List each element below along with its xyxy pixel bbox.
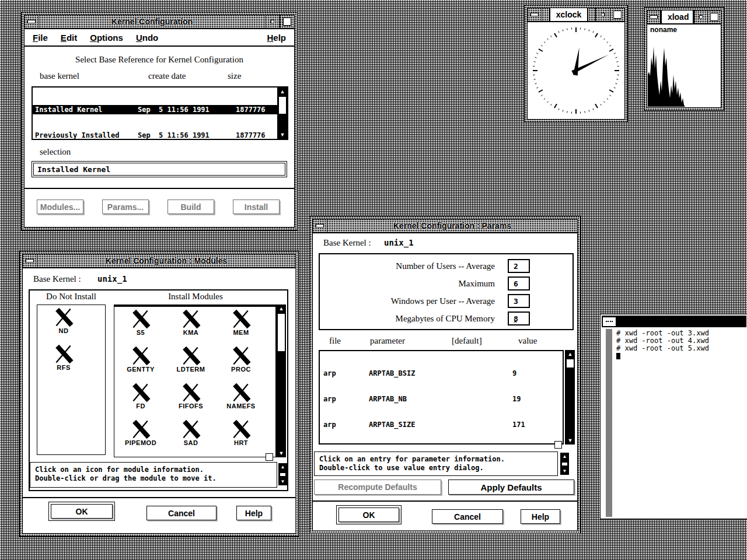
- module-icon-rfs[interactable]: RFS: [39, 344, 89, 381]
- window-xload: xload noname: [644, 7, 724, 111]
- menu-options[interactable]: Options: [90, 33, 123, 43]
- scrollbar-thumb[interactable]: [278, 96, 287, 114]
- kernel-list-row-previous[interactable]: Previously InstalledSep 5 11:56 19911877…: [33, 131, 277, 139]
- modules-titlebar[interactable]: Kernel Configuration : Modules: [22, 254, 296, 268]
- window-params: Kernel Configuration : Params Base Kerne…: [309, 216, 581, 534]
- scroll-up-arrow[interactable]: ▲: [281, 464, 285, 470]
- help-button[interactable]: Help: [521, 509, 560, 524]
- scroll-up-arrow[interactable]: ▲: [277, 304, 286, 313]
- module-icon-hrt[interactable]: HRT: [216, 419, 266, 456]
- scroll-up-arrow[interactable]: ▲: [563, 454, 567, 459]
- selection-field[interactable]: Installed Kernel: [32, 161, 287, 177]
- users-maximum-field[interactable]: 6: [508, 276, 530, 290]
- cpu-memory-field[interactable]: 8: [508, 312, 530, 326]
- menu-help[interactable]: Help: [267, 33, 286, 43]
- scrollbar-thumb[interactable]: [277, 313, 285, 352]
- menu-undo[interactable]: Undo: [136, 33, 158, 43]
- scroll-down-arrow[interactable]: ▼: [563, 468, 567, 474]
- module-icon-kma[interactable]: KMA: [166, 309, 216, 346]
- help-button[interactable]: Help: [236, 506, 271, 520]
- window-menu-button[interactable]: [603, 317, 616, 326]
- scrollbar-thumb[interactable]: [562, 463, 567, 466]
- field-row: Number of Users -- Average 2: [320, 259, 573, 273]
- column-base-kernel: base kernel: [40, 71, 79, 81]
- install-button[interactable]: Install: [233, 200, 280, 214]
- xload-titlebar[interactable]: xload: [647, 10, 721, 24]
- minimize-button[interactable]: [265, 15, 280, 28]
- users-average-field[interactable]: 2: [508, 259, 530, 273]
- hint-scrollbar[interactable]: ▲▼: [560, 453, 569, 475]
- scrollbar-trough[interactable]: [278, 96, 287, 131]
- kernel-list-scrollbar[interactable]: ▲ ▼: [277, 88, 287, 139]
- scroll-up-arrow[interactable]: ▲: [566, 350, 575, 358]
- maximize-button[interactable]: [707, 10, 721, 23]
- param-row[interactable]: arpARPTAB_NB19: [323, 394, 563, 404]
- module-x-glyph: [53, 307, 74, 327]
- param-row[interactable]: arpARPTAB_BSIZ9: [323, 369, 563, 378]
- kernel-list: Installed KernelSep 5 11:56 19911877776 …: [32, 86, 288, 140]
- module-x-glyph: [231, 383, 252, 402]
- kernel-config-titlebar[interactable]: Kernel Configuration: [24, 15, 295, 29]
- install-modules-panel: S5 KMA MEM GENTTY LDTERM PROC FD FIFOFS …: [114, 304, 276, 457]
- resize-grip[interactable]: [554, 441, 562, 449]
- params-button[interactable]: Params...: [102, 200, 149, 214]
- module-icon-mem[interactable]: MEM: [216, 309, 266, 346]
- xclock-titlebar[interactable]: xclock: [527, 8, 625, 22]
- scroll-down-arrow[interactable]: ▼: [277, 449, 286, 457]
- module-icon-fifofs[interactable]: FIFOFS: [166, 383, 216, 419]
- window-menu-button[interactable]: [647, 10, 661, 23]
- scrollbar-thumb[interactable]: [280, 473, 285, 476]
- scroll-down-arrow[interactable]: ▼: [566, 436, 575, 444]
- param-row[interactable]: arpARPTAB_SIZE171: [323, 420, 563, 429]
- install-modules-scrollbar[interactable]: ▲ ▼: [276, 304, 286, 457]
- module-icon-namefs[interactable]: NAMEFS: [216, 383, 266, 419]
- minimize-button[interactable]: [694, 10, 707, 23]
- window-menu-button[interactable]: [313, 219, 327, 232]
- base-kernel-value: unix_1: [384, 238, 414, 247]
- module-icon-nd[interactable]: ND: [39, 307, 89, 344]
- params-table: arpARPTAB_BSIZ9 arpARPTAB_NB19 arpARPTAB…: [319, 350, 564, 444]
- params-titlebar[interactable]: Kernel Configuration : Params: [312, 219, 578, 233]
- scrollbar-thumb[interactable]: [566, 359, 574, 368]
- module-icon-fd[interactable]: FD: [116, 383, 166, 419]
- window-xclock: xclock: [524, 5, 628, 123]
- scroll-down-arrow[interactable]: ▼: [281, 479, 285, 484]
- module-icon-sad[interactable]: SAD: [166, 419, 216, 456]
- scroll-up-arrow[interactable]: ▲: [278, 88, 287, 96]
- apply-defaults-button[interactable]: Apply Defaults: [448, 480, 574, 495]
- build-button[interactable]: Build: [167, 200, 214, 214]
- maximize-button[interactable]: [610, 8, 624, 21]
- cancel-button[interactable]: Cancel: [432, 509, 503, 524]
- windows-per-user-field[interactable]: 3: [508, 294, 530, 308]
- maximize-button[interactable]: [280, 15, 294, 28]
- scrollbar-trough[interactable]: [277, 313, 286, 449]
- module-x-glyph: [130, 383, 151, 402]
- field-label: Maximum: [320, 279, 495, 289]
- terminal-scrollbar[interactable]: [606, 329, 612, 517]
- window-menu-button[interactable]: [23, 254, 37, 267]
- hint-scrollbar[interactable]: ▲▼: [278, 463, 287, 485]
- ok-button[interactable]: OK: [338, 508, 399, 522]
- xterm-titlebar[interactable]: [602, 316, 746, 327]
- field-row: Maximum 6: [320, 276, 573, 290]
- module-icon-gentty[interactable]: GENTTY: [116, 346, 166, 383]
- window-menu-button[interactable]: [528, 8, 542, 21]
- module-icon-proc[interactable]: PROC: [216, 346, 266, 383]
- cancel-button[interactable]: Cancel: [146, 506, 217, 520]
- ok-button[interactable]: OK: [51, 504, 113, 519]
- resize-grip[interactable]: [266, 453, 273, 461]
- module-icon-ldterm[interactable]: LDTERM: [166, 346, 216, 383]
- scrollbar-trough[interactable]: [566, 358, 575, 436]
- module-icon-s5[interactable]: S5: [116, 309, 166, 346]
- scroll-down-arrow[interactable]: ▼: [278, 131, 287, 139]
- module-icon-pipemod[interactable]: PIPEMOD: [116, 419, 166, 456]
- menu-file[interactable]: File: [33, 33, 48, 43]
- kernel-list-row-installed[interactable]: Installed KernelSep 5 11:56 19911877776: [33, 105, 277, 114]
- recompute-defaults-button[interactable]: Recompute Defaults: [314, 480, 441, 495]
- menu-edit[interactable]: Edit: [61, 33, 77, 43]
- modules-button[interactable]: Modules...: [37, 200, 83, 214]
- minimize-button[interactable]: [595, 8, 610, 21]
- window-menu-button[interactable]: [25, 15, 39, 28]
- terminal-content[interactable]: # xwd -root -out 3.xwd # xwd -root -out …: [602, 329, 746, 517]
- params-table-scrollbar[interactable]: ▲ ▼: [565, 350, 575, 444]
